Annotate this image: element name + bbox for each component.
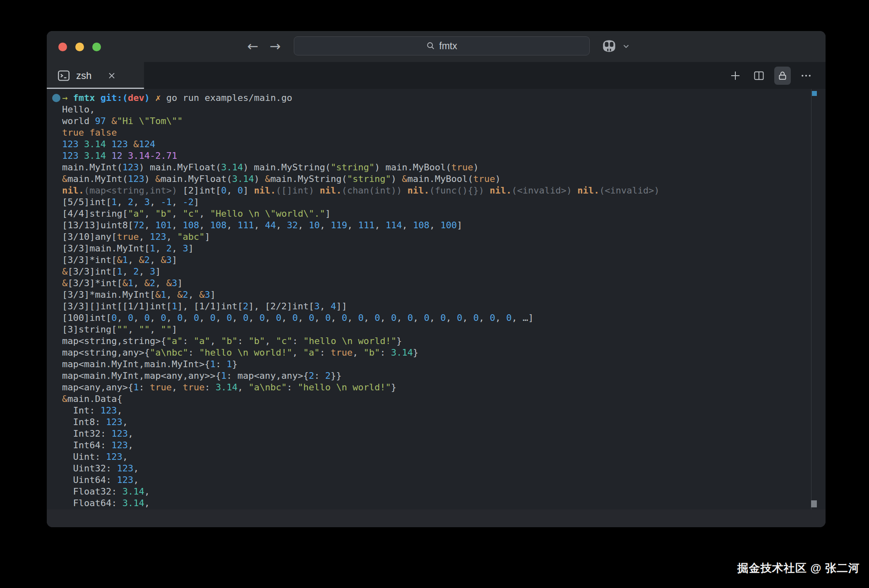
terminal-line: world 97 &"Hi \"Tom\"" [62,115,660,127]
scrollbar-command-marker[interactable] [812,91,817,96]
terminal-segment-str: "a\nbc" [248,382,287,392]
terminal-segment-num: -2 [182,197,194,207]
terminal-segment-str: "" [161,324,172,335]
terminal-segment-fg: ] [172,255,177,265]
terminal-line: main.MyInt(123) main.MyFloat(3.14) main.… [62,162,660,173]
terminal-segment-num: 0 [177,313,182,323]
terminal-segment-fg: , [199,220,210,230]
tab-zsh[interactable]: zsh [47,62,144,89]
terminal-line: [3/10]any[true, 123, "abc"] [62,231,660,243]
terminal-segment-nil: nil. [254,185,276,196]
terminal-segment-fg: [3/3]main.MyInt[ [62,243,150,253]
terminal-segment-num: 119 [331,220,347,230]
terminal-segment-fg: main.MyBool( [408,174,473,184]
back-icon[interactable]: ← [245,37,261,56]
terminal-segment-str: "hello \n world!" [199,347,292,358]
terminal-segment-nil: nil. [490,185,511,196]
scrollbar-track [811,89,811,509]
terminal-line: map<main.MyInt,map<any,any>>{1: map<any,… [62,370,660,382]
terminal-segment-org: true false [62,127,117,138]
terminal-actions [727,62,814,89]
terminal-line: Float32: 3.14, [62,486,660,497]
terminal-segment-fg: main.MyString( [270,174,347,184]
terminal-segment-org: & [62,278,67,288]
close-window-button[interactable] [58,43,67,51]
terminal-segment-fg: , [314,313,325,323]
terminal-segment-fg: , [254,220,265,230]
new-terminal-button[interactable] [727,67,744,85]
terminal-segment-num: 1 [117,266,122,277]
terminal-segment-fg [484,185,490,196]
terminal-segment-num: 2 [144,255,150,265]
terminal-line: Uint64: 123, [62,474,660,486]
terminal-segment-fg: , [133,197,144,207]
terminal-segment-fg: , [144,208,156,219]
terminal-segment-str: "Hello \n \"world\"." [210,208,325,219]
terminal-segment-fg: : [139,382,150,392]
terminal-segment-fg: , [320,301,331,311]
terminal-segment-fg: : [314,370,325,381]
terminal-line: Uint: 123, [62,451,660,463]
scrollbar-thumb[interactable] [811,500,817,507]
more-actions-icon[interactable] [798,67,814,85]
minimize-window-button[interactable] [75,43,84,51]
terminal-segment-str: "abc" [177,232,204,242]
terminal-segment-org: true [451,162,473,172]
terminal-segment-num: 0 [325,313,331,323]
terminal-segment-fg: , [199,313,210,323]
terminal-segment-num: 3 [166,255,172,265]
terminal-segment-num: 100 [440,220,457,230]
terminal-segment-fg [106,116,111,126]
terminal-segment-num: 111 [238,220,254,230]
terminal-segment-fg: [13/13]uint8[ [62,220,133,230]
terminal-segment-num: 0 [473,313,479,323]
terminal-segment-fg: , [133,475,139,485]
terminal-segment-str: "string" [347,174,391,184]
chevron-down-icon [622,42,631,51]
terminal-segment-org: & [144,278,150,288]
terminal-segment-fg: [3/3]int[ [67,266,117,277]
terminal-segment-num: 1 [221,370,226,381]
terminal-segment-fg: , [479,313,490,323]
terminal-segment-num: 0 [342,313,347,323]
terminal-segment-fg: ) main.MyFloat( [139,162,221,172]
terminal-segment-cpx: 3.14-2.71 [128,151,177,161]
copilot-menu[interactable] [600,37,631,55]
terminal-line: Int64: 123, [62,440,660,451]
terminal-segment-flt: 3.14 [216,382,238,392]
terminal-segment-org: & [155,174,161,184]
terminal-segment-fg: , [133,278,144,288]
terminal-segment-num: 123 [111,440,128,450]
terminal-segment-fg: , [155,278,166,288]
terminal-segment-fg: main.Data{ [67,394,122,404]
terminal-segment-fg: ) main.MyBool( [374,162,451,172]
terminal-segment-str: "a" [303,347,320,358]
terminal-segment-org: true [473,174,495,184]
terminal-segment-num: 0 [276,313,281,323]
terminal-segment-x: ✗ [155,93,166,103]
lock-button[interactable] [774,67,791,85]
terminal-segment-nil: nil. [408,185,430,196]
zoom-window-button[interactable] [92,43,101,51]
terminal-line: [3/3][]int[[1/1]int[1], [1/1]int[2], [2/… [62,301,660,312]
tab-close-icon[interactable] [107,71,117,81]
terminal-segment-fg: , [430,220,441,230]
forward-icon[interactable]: → [267,37,283,56]
terminal-segment-fg: [5/5]int[ [62,197,111,207]
terminal-segment-num: 123 [62,139,79,149]
terminal-segment-fg: , [128,324,139,335]
terminal-line: map<any,any>{1: true, true: 3.14, "a\nbc… [62,382,660,393]
terminal-segment-str: "a\nbc" [150,347,188,358]
terminal-content[interactable]: → fmtx git:(dev) ✗ go run examples/main.… [47,89,826,509]
terminal-segment-num: 1 [161,289,166,300]
terminal-segment-fg: ] [204,232,210,242]
command-decoration-dot[interactable] [52,94,60,102]
terminal-line: [3]string["", "", ""] [62,324,660,335]
terminal-segment-fg: , [139,232,150,242]
terminal-segment-flt: 3.14 [84,151,106,161]
split-terminal-button[interactable] [751,67,767,85]
terminal-segment-org: true [150,382,172,392]
search-field[interactable]: fmtx [294,36,590,55]
terminal-segment-str: "hello \n world!" [303,336,396,346]
terminal-segment-fg: } [396,336,402,346]
